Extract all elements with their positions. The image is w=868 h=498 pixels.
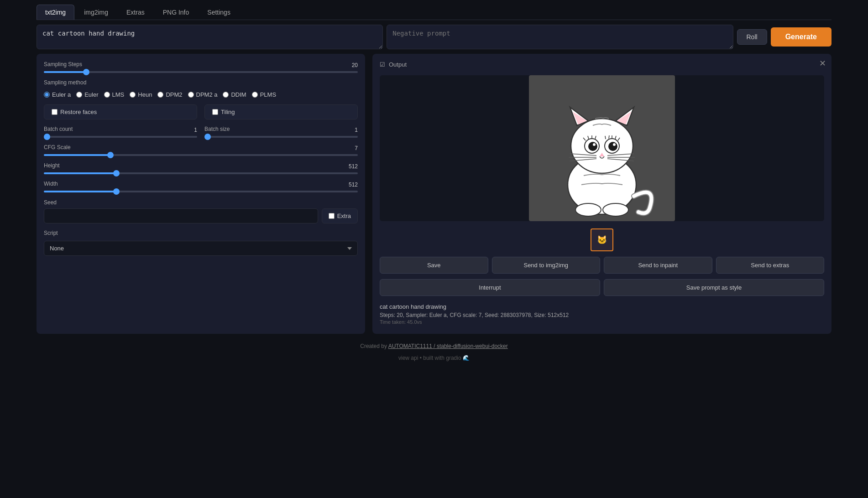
- radio-heun[interactable]: Heun: [130, 91, 152, 98]
- svg-point-11: [593, 143, 596, 146]
- svg-point-12: [613, 143, 616, 146]
- svg-point-21: [603, 203, 628, 216]
- cfg-scale-section: CFG Scale 7: [44, 144, 358, 156]
- footer: Created by AUTOMATIC1111 / stable-diffus…: [37, 343, 831, 349]
- cfg-scale-slider[interactable]: [44, 154, 358, 156]
- sampling-method-label: Sampling method: [44, 79, 358, 86]
- radio-euler[interactable]: Euler: [76, 91, 98, 98]
- radio-dpm2-a[interactable]: DPM2 a: [188, 91, 218, 98]
- batch-count-section: Batch count 1: [44, 126, 197, 138]
- sampling-steps-label: Sampling Steps: [44, 61, 82, 67]
- svg-point-9: [588, 142, 597, 151]
- cfg-scale-value: 7: [355, 145, 358, 151]
- radio-dpm2[interactable]: DPM2: [157, 91, 182, 98]
- output-image-container: [380, 75, 824, 221]
- main-content: Sampling Steps 20 Sampling method Euler …: [37, 54, 831, 334]
- tiling-checkbox[interactable]: Tiling: [204, 104, 358, 119]
- options-row: Restore faces Tiling: [44, 104, 358, 119]
- send-img2img-button[interactable]: Send to img2img: [492, 257, 601, 274]
- cfg-scale-label: CFG Scale: [44, 144, 71, 150]
- sampling-steps-value: 20: [352, 62, 358, 68]
- seed-label: Seed: [44, 199, 57, 206]
- radio-euler-a[interactable]: Euler a: [44, 91, 71, 98]
- footer-link[interactable]: AUTOMATIC1111 / stable-diffusion-webui-d…: [388, 343, 508, 349]
- tab-img2img[interactable]: img2img: [75, 5, 117, 20]
- batch-size-slider[interactable]: [204, 136, 358, 138]
- seed-section: Seed -1 Extra: [44, 199, 358, 223]
- height-value: 512: [349, 163, 358, 170]
- sampling-steps-slider[interactable]: [44, 71, 358, 73]
- radio-plms[interactable]: PLMS: [252, 91, 276, 98]
- output-time: Time taken: 45.0vs: [380, 319, 824, 325]
- radio-ddim[interactable]: DDIM: [223, 91, 246, 98]
- batch-count-slider[interactable]: [44, 136, 197, 138]
- close-output-button[interactable]: ✕: [819, 59, 826, 67]
- output-header: ☑ Output ✕: [380, 61, 824, 68]
- batch-size-value: 1: [355, 127, 358, 133]
- svg-point-2: [571, 119, 633, 173]
- script-select[interactable]: None: [44, 241, 358, 256]
- width-label: Width: [44, 181, 58, 187]
- height-slider[interactable]: [44, 172, 358, 174]
- sampling-steps-section: Sampling Steps 20: [44, 61, 358, 73]
- batch-count-label: Batch count: [44, 126, 73, 132]
- output-panel: ☑ Output ✕: [372, 54, 831, 334]
- extra-checkbox[interactable]: Extra: [322, 208, 358, 223]
- batch-size-label: Batch size: [204, 126, 230, 132]
- batch-count-value: 1: [194, 127, 197, 133]
- action-buttons-row2: Interrupt Save prompt as style: [380, 279, 824, 296]
- save-style-button[interactable]: Save prompt as style: [604, 279, 824, 296]
- batch-row: Batch count 1 Batch size 1: [44, 126, 358, 138]
- restore-faces-checkbox[interactable]: Restore faces: [44, 104, 197, 119]
- tab-txt2img[interactable]: txt2img: [37, 5, 74, 20]
- output-image: [529, 75, 675, 221]
- height-label: Height: [44, 162, 60, 169]
- image-thumbnail[interactable]: 🐱: [591, 228, 613, 251]
- radio-lms[interactable]: LMS: [104, 91, 125, 98]
- bottom-footer: view api • built with gradio 🌊: [37, 355, 831, 361]
- tab-bar: txt2img img2img Extras PNG Info Settings: [37, 5, 831, 20]
- prompt-row: cat cartoon hand drawing Roll Generate: [37, 25, 831, 49]
- width-section: Width 512: [44, 181, 358, 192]
- tab-extras[interactable]: Extras: [118, 5, 153, 20]
- tab-settings[interactable]: Settings: [199, 5, 239, 20]
- seed-input[interactable]: -1: [44, 208, 318, 223]
- action-buttons-row1: Save Send to img2img Send to inpaint Sen…: [380, 257, 824, 274]
- send-extras-button[interactable]: Send to extras: [716, 257, 825, 274]
- sampling-method-radio-group: Euler a Euler LMS Heun: [44, 91, 358, 98]
- tab-png-info[interactable]: PNG Info: [154, 5, 198, 20]
- thumbnail-row: 🐱: [380, 228, 824, 251]
- roll-button[interactable]: Roll: [737, 29, 767, 45]
- negative-prompt-input[interactable]: [387, 25, 733, 49]
- positive-prompt-input[interactable]: cat cartoon hand drawing: [37, 25, 383, 49]
- svg-point-10: [608, 142, 617, 151]
- save-button[interactable]: Save: [380, 257, 488, 274]
- svg-point-20: [575, 203, 601, 216]
- batch-size-section: Batch size 1: [204, 126, 358, 138]
- output-title: Output: [389, 61, 407, 68]
- script-label: Script: [44, 230, 358, 236]
- output-prompt-text: cat cartoon hand drawing: [380, 303, 824, 310]
- script-section: Script None: [44, 230, 358, 256]
- output-info: cat cartoon hand drawing Steps: 20, Samp…: [380, 301, 824, 327]
- output-params: Steps: 20, Sampler: Euler a, CFG scale: …: [380, 312, 824, 318]
- send-inpaint-button[interactable]: Send to inpaint: [604, 257, 712, 274]
- width-slider[interactable]: [44, 191, 358, 192]
- width-value: 512: [349, 182, 358, 188]
- interrupt-button[interactable]: Interrupt: [380, 279, 600, 296]
- left-panel: Sampling Steps 20 Sampling method Euler …: [37, 54, 365, 334]
- generate-button[interactable]: Generate: [771, 27, 831, 47]
- height-section: Height 512: [44, 162, 358, 174]
- sampling-method-section: Sampling method Euler a Euler LMS: [44, 79, 358, 98]
